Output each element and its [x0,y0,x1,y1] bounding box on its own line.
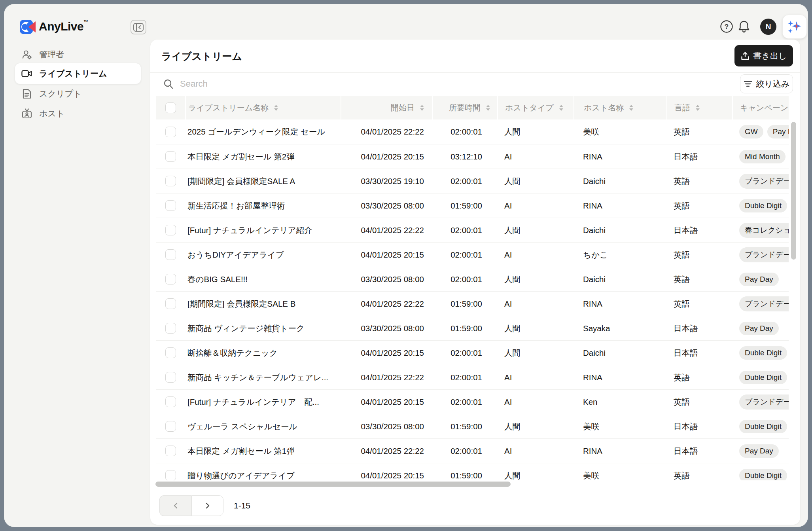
cell-host-type: AI [497,390,573,414]
column-header-host-name[interactable]: ホスト名称 [573,96,666,119]
column-header-campaign[interactable]: キャンペーン [732,96,789,119]
sort-icon[interactable] [486,105,490,111]
row-checkbox[interactable] [165,176,176,186]
row-checkbox[interactable] [165,298,176,309]
table-row: 新商品 キッチン＆テーブルウェアレ...04/01/2025 22:2202:0… [156,365,789,389]
footer-divider [150,490,800,490]
notifications-button[interactable] [736,19,751,34]
sidebar-collapse-button[interactable] [131,20,146,34]
cell-host-type: 人間 [497,267,573,291]
campaign-badge: Duble Digit [739,469,787,481]
cell-start-date: 04/01/2025 20:15 [341,463,432,480]
campaign-badge: 春コレクション [739,223,789,238]
prev-page-button[interactable] [159,495,191,516]
search-icon [163,79,174,89]
table-row: 断捨離＆収納テクニック04/01/2025 20:1502:00:01人間Dai… [156,340,789,365]
cell-language: 日本語 [666,341,732,365]
row-checkbox[interactable] [165,372,176,383]
sidebar-item-label: 管理者 [39,49,64,60]
table-row: 新商品 ヴィンテージ雑貨トーク03/30/2025 08:0001:59:00人… [156,316,789,340]
table-header: ライブストリーム名称 開始日 所要時間 ホストタイプ ホスト名称 言語 キャンペ… [156,96,789,119]
sidebar-item-script[interactable]: スクリプト [15,85,141,102]
campaign-badge: ブランドデー [739,394,789,410]
sort-icon[interactable] [559,105,563,111]
column-header-name[interactable]: ライブストリーム名称 [185,96,341,119]
row-checkbox[interactable] [165,127,176,137]
cell-language: 英語 [666,267,732,291]
column-header-duration[interactable]: 所要時間 [432,96,497,119]
cell-stream-name: 本日限定 メガ割セール 第1弾 [185,439,341,463]
cell-campaigns: GWPay Day [732,119,789,144]
cell-start-date: 04/01/2025 22:22 [341,218,432,242]
cell-campaigns: ブランドデー [732,390,789,414]
column-header-language[interactable]: 言語 [666,96,732,119]
cell-campaigns: 春コレクション [732,218,789,242]
cell-host-name: 美咲 [573,463,666,480]
horizontal-scrollbar[interactable] [155,482,511,487]
cell-host-type: AI [497,193,573,218]
row-checkbox[interactable] [165,421,176,432]
cell-stream-name: [期間限定] 会員様限定SALE A [185,169,341,193]
row-checkbox[interactable] [165,274,176,284]
cell-stream-name: 断捨離＆収納テクニック [185,341,341,365]
cell-campaigns: Pay Day [732,316,789,340]
row-checkbox[interactable] [165,323,176,334]
row-checkbox[interactable] [165,151,176,162]
cell-start-date: 04/01/2025 20:15 [341,390,432,414]
cell-duration: 02:00:01 [432,390,497,414]
cell-host-type: 人間 [497,463,573,480]
column-header-host-type[interactable]: ホストタイプ [497,96,573,119]
cell-host-type: 人間 [497,316,573,340]
campaign-badge: ブランドデー [739,296,789,311]
row-checkbox[interactable] [165,396,176,407]
table-row: 本日限定 メガ割セール 第2弾04/01/2025 20:1503:12:10A… [156,144,789,169]
cell-host-name: RINA [573,193,666,218]
pagination-range: 1-15 [234,501,250,510]
user-avatar[interactable]: N [760,19,776,35]
sidebar-item-admin[interactable]: 管理者 [15,46,141,63]
cell-start-date: 04/01/2025 22:22 [341,365,432,389]
sort-icon[interactable] [629,105,633,111]
help-icon: ? [720,20,733,33]
filter-button[interactable]: 絞り込み [740,74,793,93]
export-label: 書き出し [753,50,787,61]
cell-stream-name: おうちDIYアイデアライブ [185,243,341,267]
column-header-start-date[interactable]: 開始日 [341,96,432,119]
next-page-button[interactable] [191,495,223,516]
cell-start-date: 04/01/2025 22:22 [341,119,432,144]
campaign-badge: Duble Digit [739,346,787,360]
table-row: [期間限定] 会員様限定SALE B04/01/2025 22:2201:59:… [156,291,789,316]
export-button[interactable]: 書き出し [734,45,793,66]
cell-campaigns: Duble DigitPay Day [732,193,789,218]
sort-icon[interactable] [274,105,278,111]
cell-host-name: Daichi [573,341,666,365]
cell-start-date: 03/30/2025 08:00 [341,316,432,340]
row-checkbox[interactable] [165,446,176,456]
cell-host-name: Sayaka [573,316,666,340]
anylive-logo-icon [20,19,36,35]
sort-icon[interactable] [696,105,700,111]
row-checkbox[interactable] [165,200,176,211]
row-checkbox[interactable] [165,347,176,358]
campaign-badge: Pay Day [739,322,779,335]
sidebar-item-host[interactable]: ホスト [15,105,141,122]
help-button[interactable]: ? [719,19,734,34]
campaign-badge: Duble Digit [739,420,787,433]
table-row: 春のBIG SALE!!!03/30/2025 08:0002:00:01人間D… [156,267,789,291]
ai-assistant-button[interactable] [782,15,807,39]
campaign-badge: Pay Day [767,125,789,138]
row-checkbox[interactable] [165,225,176,235]
cell-start-date: 04/01/2025 20:15 [341,341,432,365]
panel-collapse-icon [133,23,144,32]
sidebar-item-livestream[interactable]: ライブストリーム [15,63,141,84]
cell-duration: 02:00:01 [432,439,497,463]
cell-stream-name: [Futur] ナチュラルインテリア 配... [185,390,341,414]
cell-host-type: AI [497,439,573,463]
search-input[interactable] [180,79,496,89]
row-checkbox[interactable] [165,249,176,260]
cell-campaigns: Duble Digit春コレクション [732,414,789,438]
sort-icon[interactable] [420,105,424,111]
vertical-scrollbar[interactable] [791,122,796,260]
row-checkbox[interactable] [165,470,176,480]
select-all-checkbox[interactable] [165,102,176,113]
